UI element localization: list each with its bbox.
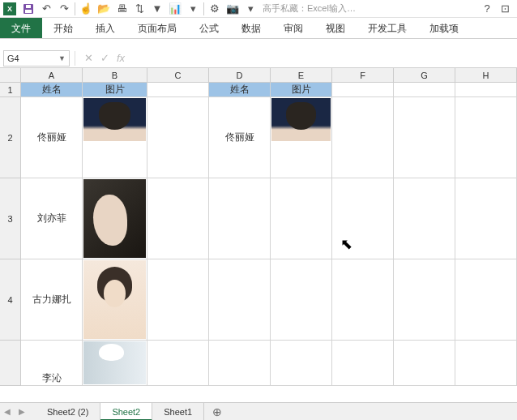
cell-e4[interactable] xyxy=(271,259,332,341)
cell-h2[interactable] xyxy=(455,97,517,178)
row-header-3[interactable]: 3 xyxy=(0,178,21,259)
name-box-value: G4 xyxy=(7,54,19,63)
cell-h3[interactable] xyxy=(455,178,517,259)
cell-e1[interactable]: 图片 xyxy=(271,83,332,97)
tab-home[interactable]: 开始 xyxy=(42,18,84,38)
cancel-icon[interactable]: ✕ xyxy=(80,52,96,64)
cell-b1[interactable]: 图片 xyxy=(83,83,147,97)
tab-file[interactable]: 文件 xyxy=(0,18,42,38)
tab-formulas[interactable]: 公式 xyxy=(188,18,230,38)
row-header-1[interactable]: 1 xyxy=(0,83,21,97)
cell-g4[interactable] xyxy=(394,259,455,341)
more-icon[interactable]: ▾ xyxy=(184,1,202,17)
sheet-tab-3[interactable]: Sheet1 xyxy=(152,403,204,421)
name-box[interactable]: G4 ▼ xyxy=(3,50,70,66)
sheet-tab-bar: ◀ ▶ Sheet2 (2) Sheet2 Sheet1 ⊕ xyxy=(0,402,517,420)
cell-text: 李沁 xyxy=(42,371,62,385)
camera-icon[interactable]: 📷 xyxy=(224,1,241,17)
ribbon-options-icon[interactable]: ⊡ xyxy=(496,1,514,17)
sort-icon[interactable]: ⇅ xyxy=(130,1,148,17)
fx-icon[interactable]: fx xyxy=(113,52,129,64)
cell-c2[interactable] xyxy=(147,97,209,178)
cell-b3[interactable] xyxy=(83,178,147,259)
redo-icon[interactable]: ↷ xyxy=(55,1,73,17)
cell-g1[interactable] xyxy=(394,83,455,97)
cell-text: 姓名 xyxy=(230,83,250,96)
sheet-nav-prev-icon[interactable]: ◀ xyxy=(0,407,15,416)
cell-f4[interactable] xyxy=(332,259,394,341)
spreadsheet-grid: A B C D E F G H 1 2 3 4 姓名 图片 姓名 图片 佟丽娅 xyxy=(0,68,517,386)
cell-b2[interactable] xyxy=(83,97,147,178)
function-icon[interactable]: ⚙ xyxy=(206,1,224,17)
cell-e3[interactable] xyxy=(271,178,332,259)
touch-mode-icon[interactable]: ☝ xyxy=(77,1,95,17)
dropdown-icon[interactable]: ▾ xyxy=(241,1,259,17)
title-hint: 高手私藏：Excel输入… xyxy=(263,2,356,15)
enter-icon[interactable]: ✓ xyxy=(96,52,113,64)
cell-h1[interactable] xyxy=(455,83,517,97)
formula-input[interactable] xyxy=(129,50,517,66)
cell-e5[interactable] xyxy=(271,341,332,386)
cell-g3[interactable] xyxy=(394,178,455,259)
help-icon[interactable]: ? xyxy=(478,1,496,17)
cell-f3[interactable] xyxy=(332,178,394,259)
cell-c5[interactable] xyxy=(147,341,209,386)
cells-area[interactable]: 姓名 图片 姓名 图片 佟丽娅 佟丽娅 刘亦菲 xyxy=(21,83,517,386)
cell-d2[interactable]: 佟丽娅 xyxy=(209,97,271,178)
cell-c3[interactable] xyxy=(147,178,209,259)
chart-icon[interactable]: 📊 xyxy=(166,1,184,17)
tab-data[interactable]: 数据 xyxy=(230,18,272,38)
cell-a5[interactable]: 李沁 xyxy=(21,341,83,386)
col-header-h[interactable]: H xyxy=(455,68,517,83)
save-icon[interactable] xyxy=(19,1,37,17)
row-header-2[interactable]: 2 xyxy=(0,97,21,178)
cell-d3[interactable] xyxy=(209,178,271,259)
col-header-g[interactable]: G xyxy=(394,68,455,83)
tab-review[interactable]: 审阅 xyxy=(272,18,314,38)
cell-h4[interactable] xyxy=(455,259,517,341)
cell-a2[interactable]: 佟丽娅 xyxy=(21,97,83,178)
tab-developer[interactable]: 开发工具 xyxy=(357,18,418,38)
sheet-tab-1[interactable]: Sheet2 (2) xyxy=(36,403,100,421)
sheet-tab-2[interactable]: Sheet2 xyxy=(100,403,152,421)
sheet-nav-next-icon[interactable]: ▶ xyxy=(15,407,29,416)
portrait-image xyxy=(83,179,146,258)
cell-b4[interactable] xyxy=(83,259,147,341)
cell-f5[interactable] xyxy=(332,341,394,386)
cell-c4[interactable] xyxy=(147,259,209,341)
col-header-d[interactable]: D xyxy=(209,68,271,83)
print-icon[interactable]: 🖶 xyxy=(113,1,130,17)
filter-icon[interactable]: ▼ xyxy=(148,1,166,17)
row-header-5[interactable] xyxy=(0,341,21,386)
add-sheet-icon[interactable]: ⊕ xyxy=(204,405,230,418)
name-box-dropdown-icon[interactable]: ▼ xyxy=(58,54,66,62)
cell-g2[interactable] xyxy=(394,97,455,178)
tab-addins[interactable]: 加载项 xyxy=(418,18,470,38)
tab-insert[interactable]: 插入 xyxy=(84,18,126,38)
col-header-a[interactable]: A xyxy=(21,68,83,83)
cell-f1[interactable] xyxy=(332,83,394,97)
col-header-f[interactable]: F xyxy=(332,68,394,83)
cell-a4[interactable]: 古力娜扎 xyxy=(21,259,83,341)
cell-d5[interactable] xyxy=(209,341,271,386)
cell-a1[interactable]: 姓名 xyxy=(21,83,83,97)
col-header-c[interactable]: C xyxy=(147,68,209,83)
col-header-e[interactable]: E xyxy=(271,68,332,83)
tab-view[interactable]: 视图 xyxy=(314,18,357,38)
cell-c1[interactable] xyxy=(147,83,209,97)
cell-e2[interactable] xyxy=(271,97,332,178)
cell-f2[interactable] xyxy=(332,97,394,178)
cell-b5[interactable] xyxy=(83,341,147,386)
cell-a3[interactable]: 刘亦菲 xyxy=(21,178,83,259)
undo-icon[interactable]: ↶ xyxy=(37,1,55,17)
cell-d1[interactable]: 姓名 xyxy=(209,83,271,97)
col-header-b[interactable]: B xyxy=(83,68,147,83)
cell-text: 姓名 xyxy=(42,83,62,96)
open-icon[interactable]: 📂 xyxy=(95,1,113,17)
row-header-4[interactable]: 4 xyxy=(0,259,21,341)
cell-d4[interactable] xyxy=(209,259,271,341)
tab-page-layout[interactable]: 页面布局 xyxy=(126,18,188,38)
select-all-triangle[interactable] xyxy=(0,68,21,83)
cell-g5[interactable] xyxy=(394,341,455,386)
cell-h5[interactable] xyxy=(455,341,517,386)
